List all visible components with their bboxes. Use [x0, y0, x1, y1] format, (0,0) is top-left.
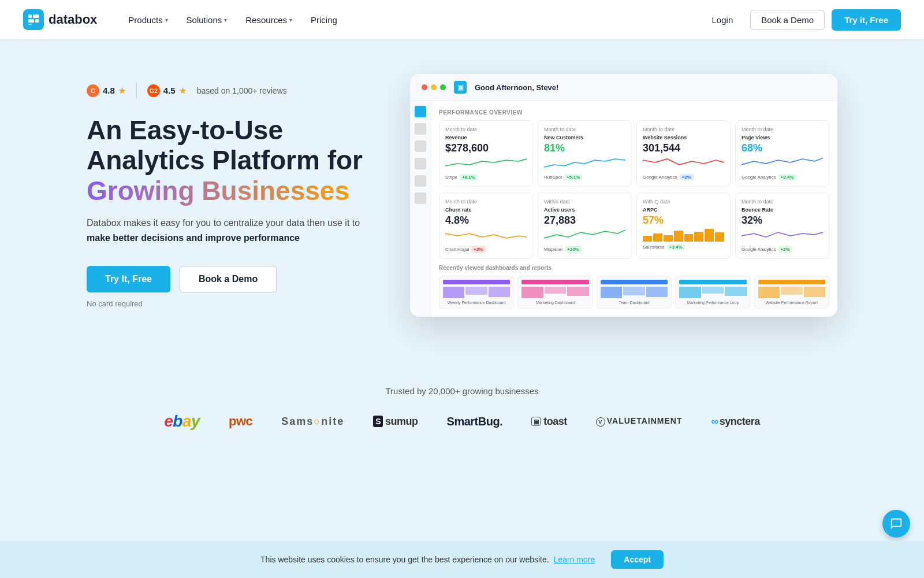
- metric-badge: +2%: [778, 246, 792, 253]
- metric-new-customers: Month to date New Customers 81% HubSpot …: [538, 120, 632, 187]
- star-icon: ★: [118, 86, 126, 95]
- learn-more-link[interactable]: Learn more: [554, 555, 595, 564]
- metric-pageviews: Month to date Page Views 68% Google Anal…: [735, 120, 829, 187]
- chat-button[interactable]: [882, 510, 910, 538]
- accept-cookies-button[interactable]: Accept: [611, 550, 664, 569]
- dashboard-sidebar: [410, 101, 431, 317]
- metric-churn: Month to date Churn rate 4.8% Chartmogul…: [439, 192, 533, 259]
- window-dot-red: [422, 84, 427, 90]
- metric-value: 301,544: [643, 143, 724, 153]
- metric-active-users: Within date Active users 27,883 Mixpanel…: [538, 192, 632, 259]
- svg-rect-3: [28, 19, 34, 23]
- svg-rect-5: [28, 24, 32, 25]
- dashboard-header: ▣ Good Afternoon, Steve!: [410, 74, 837, 101]
- pwc-logo: pwc: [229, 414, 252, 429]
- svg-rect-4: [35, 19, 39, 23]
- nav-resources[interactable]: Resources ▾: [237, 10, 300, 29]
- chevron-down-icon: ▾: [224, 17, 227, 23]
- report-title: Marketing Performance Loop: [679, 301, 746, 305]
- metric-arpc: With Q date ARPC 57%: [636, 192, 731, 259]
- metric-value: 68%: [742, 143, 823, 153]
- smartbug-logo: SmartBug.: [447, 415, 503, 428]
- report-thumb-2: Marketing Dashboard: [517, 276, 593, 309]
- report-title: Marketing Dashboard: [521, 301, 588, 305]
- nav-links: Products ▾ Solutions ▾ Resources ▾ Prici…: [120, 10, 701, 29]
- report-thumb-1: Weekly Performance Dashboard: [439, 276, 514, 309]
- nav-pricing[interactable]: Pricing: [303, 10, 345, 29]
- metric-value: $278,600: [445, 143, 527, 153]
- dashboard-body: Performance overview Month to date Reven…: [410, 101, 837, 317]
- nav-products[interactable]: Products ▾: [120, 10, 176, 29]
- churn-chart: [445, 228, 527, 242]
- window-dot-yellow: [431, 84, 437, 90]
- svg-rect-2: [33, 14, 39, 18]
- book-demo-button[interactable]: Book a Demo: [750, 10, 825, 30]
- metric-badge: +8.1%: [460, 174, 478, 180]
- no-card-text: No card required: [87, 299, 375, 308]
- metric-badge: +2%: [471, 246, 485, 253]
- metrics-grid-row2: Month to date Churn rate 4.8% Chartmogul…: [439, 192, 829, 259]
- chevron-down-icon: ▾: [165, 17, 168, 23]
- trusted-label: Trusted by 20,000+ growing businesses: [35, 386, 889, 396]
- metric-footer: Stripe +8.1%: [445, 174, 527, 180]
- metric-label: Month to date: [445, 127, 527, 132]
- metric-value: 81%: [544, 143, 625, 153]
- sessions-chart: [643, 155, 724, 169]
- brand-name: databox: [49, 12, 97, 27]
- dashboard-main: Performance overview Month to date Reven…: [431, 101, 837, 317]
- report-thumb-4: Marketing Performance Loop: [675, 276, 750, 309]
- revenue-chart: [445, 155, 527, 169]
- valuetainment-logo: VVALUETAINMENT: [596, 416, 683, 427]
- cookie-text: This website uses cookies to ensure you …: [260, 555, 549, 564]
- hero-buttons: Try It, Free Book a Demo: [87, 266, 375, 292]
- customers-chart: [544, 155, 625, 169]
- reports-grid: Weekly Performance Dashboard Marketing D…: [439, 276, 829, 309]
- metric-revenue: Month to date Revenue $278,600 Stripe +8…: [439, 120, 533, 187]
- g2-logo-icon: G2: [147, 84, 160, 97]
- login-button[interactable]: Login: [702, 10, 744, 29]
- trusted-section: Trusted by 20,000+ growing businesses eb…: [0, 363, 924, 465]
- svg-rect-1: [28, 14, 32, 18]
- hero-book-demo-button[interactable]: Book a Demo: [180, 266, 277, 292]
- sidebar-icon-chart: [415, 123, 426, 135]
- reviews-count: based on 1,000+ reviews: [197, 86, 287, 95]
- sidebar-icon-data: [415, 140, 426, 152]
- metric-sublabel: Revenue: [445, 135, 527, 140]
- chat-icon: [890, 517, 903, 530]
- hero-section: C 4.8 ★ G2 4.5 ★ based on 1,000+ reviews…: [29, 39, 895, 363]
- headline-gradient: Growing Businesses: [87, 176, 349, 206]
- logo[interactable]: databox: [23, 9, 97, 30]
- hero-try-free-button[interactable]: Try It, Free: [87, 266, 170, 292]
- samsonite-logo: Sams○nite: [281, 416, 344, 428]
- toast-logo: ▣toast: [531, 416, 567, 428]
- metric-badge: +3.4%: [667, 244, 685, 250]
- rating-divider: [136, 83, 137, 99]
- nav-solutions[interactable]: Solutions ▾: [178, 10, 236, 29]
- metric-bounce: Month to date Bounce Rate 32% Google Ana…: [735, 192, 829, 259]
- hero-headline: An Easy-to-Use Analytics Platform for Gr…: [87, 115, 375, 207]
- g2-rating: G2 4.5 ★: [147, 84, 187, 97]
- sidebar-icon-home: [415, 106, 426, 117]
- capterra-rating: C 4.8 ★: [87, 84, 126, 97]
- logos-row: ebay pwc Sams○nite Ssumup SmartBug. ▣toa…: [35, 412, 889, 431]
- reports-section-title: Recently viewed dashboards and reports: [439, 265, 829, 271]
- bounce-chart: [742, 228, 823, 242]
- nav-right: Login Book a Demo Try it, Free: [702, 9, 901, 31]
- try-free-button[interactable]: Try it, Free: [832, 9, 901, 31]
- metric-badge: +5.1%: [564, 174, 582, 180]
- hero-description: Databox makes it easy for you to central…: [87, 216, 375, 245]
- window-dot-green: [440, 84, 446, 90]
- sidebar-icon-users: [415, 175, 426, 187]
- sidebar-icon-settings: [415, 158, 426, 169]
- dashboard-brand-icon: ▣: [454, 81, 467, 94]
- navbar: databox Products ▾ Solutions ▾ Resources…: [0, 0, 924, 39]
- report-thumb-3: Team Dashboard: [597, 276, 672, 309]
- ebay-logo: ebay: [164, 412, 200, 431]
- report-title: Website Performance Report: [758, 301, 825, 305]
- chevron-down-icon: ▾: [289, 17, 292, 23]
- active-users-chart: [544, 228, 625, 242]
- metric-badge: +2%: [680, 174, 694, 180]
- metric-badge: +10%: [565, 246, 582, 253]
- metric-sessions: Month to date Website Sessions 301,544 G…: [636, 120, 731, 187]
- star-icon: ★: [179, 86, 187, 95]
